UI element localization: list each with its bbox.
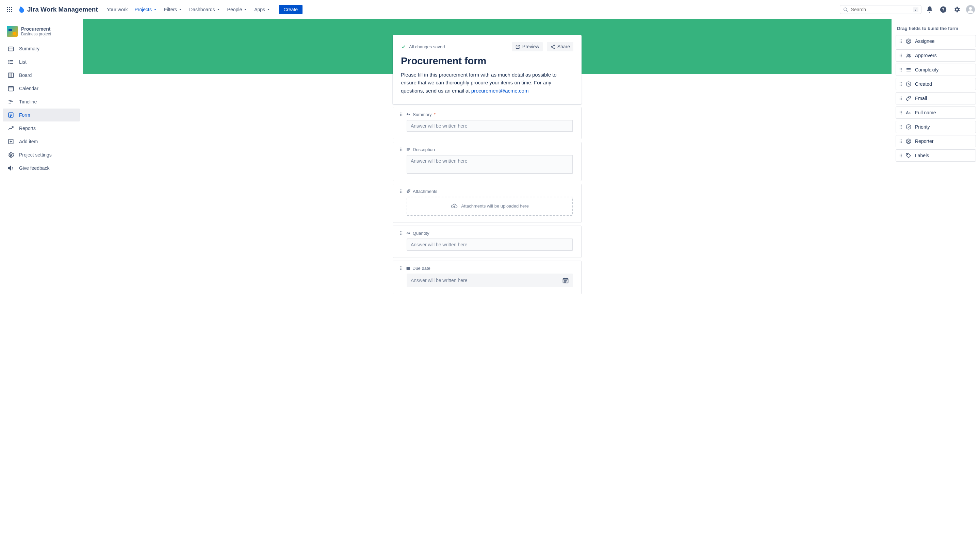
palette-field-created[interactable]: Created xyxy=(896,78,976,90)
drag-handle-icon[interactable] xyxy=(400,189,403,193)
nav-filters[interactable]: Filters xyxy=(161,5,185,14)
description-input-placeholder[interactable]: Answer will be written here xyxy=(407,155,573,174)
svg-point-97 xyxy=(900,42,900,43)
palette-field-reporter[interactable]: Reporter xyxy=(896,135,976,147)
svg-point-143 xyxy=(901,128,902,129)
svg-point-102 xyxy=(901,54,902,54)
svg-point-4 xyxy=(9,9,10,10)
preview-button[interactable]: Preview xyxy=(512,42,543,51)
sidebar-item-summary[interactable]: Summary xyxy=(3,42,80,55)
svg-point-140 xyxy=(900,126,900,127)
chevron-down-icon xyxy=(266,8,271,11)
summary-input-placeholder[interactable]: Answer will be written here xyxy=(407,120,573,132)
svg-point-149 xyxy=(900,142,900,143)
svg-point-41 xyxy=(554,44,555,46)
sidebar-item-give-feedback[interactable]: Give feedback xyxy=(3,162,80,174)
palette-field-assignee[interactable]: Assignee xyxy=(896,35,976,47)
svg-point-17 xyxy=(8,60,9,61)
svg-point-112 xyxy=(901,69,902,70)
svg-point-95 xyxy=(900,41,900,41)
form-field-due-date[interactable]: Due date Answer will be written here xyxy=(393,261,581,294)
due-date-input-placeholder[interactable]: Answer will be written here xyxy=(407,274,573,287)
attachments-dropzone[interactable]: Attachments will be uploaded here xyxy=(407,197,573,216)
svg-point-145 xyxy=(900,140,900,140)
form-field-quantity[interactable]: AaQuantity Answer will be written here xyxy=(393,226,581,258)
chevron-down-icon xyxy=(217,8,220,11)
form-description[interactable]: Please fill in this procurement form wit… xyxy=(401,71,573,95)
form-header-card: All changes saved Preview Share Procurem… xyxy=(393,35,581,104)
nav-people[interactable]: People xyxy=(225,5,250,14)
svg-point-98 xyxy=(901,42,902,43)
nav-your-work[interactable]: Your work xyxy=(104,5,131,14)
svg-rect-23 xyxy=(8,73,14,77)
palette-field-full-name[interactable]: AaFull name xyxy=(896,107,976,119)
form-title[interactable]: Procurement form xyxy=(401,56,573,67)
jira-logo-icon xyxy=(18,6,25,13)
form-field-description[interactable]: Description Answer will be written here xyxy=(393,142,581,181)
create-button[interactable]: Create xyxy=(279,5,302,14)
list-icon xyxy=(8,59,14,65)
nav-dashboards[interactable]: Dashboards xyxy=(187,5,223,14)
app-switcher-icon[interactable] xyxy=(4,4,15,15)
profile-avatar[interactable] xyxy=(965,4,976,15)
sidebar-item-calendar[interactable]: Calendar xyxy=(3,82,80,95)
svg-point-111 xyxy=(900,69,900,70)
svg-point-158 xyxy=(901,156,902,157)
megaphone-icon xyxy=(8,165,14,171)
project-avatar-icon xyxy=(7,26,18,37)
svg-point-66 xyxy=(400,192,401,193)
svg-point-79 xyxy=(402,268,402,268)
drag-handle-icon xyxy=(900,39,902,43)
sidebar-item-reports[interactable]: Reports xyxy=(3,122,80,135)
search-field[interactable] xyxy=(851,7,911,12)
svg-point-118 xyxy=(900,82,900,83)
project-header[interactable]: Procurement Business project xyxy=(3,26,80,42)
quantity-input-placeholder[interactable]: Answer will be written here xyxy=(407,238,573,251)
drag-handle-icon[interactable] xyxy=(400,266,403,270)
svg-text:Aa: Aa xyxy=(406,113,410,116)
palette-field-approvers[interactable]: Approvers xyxy=(896,49,976,62)
nav-apps[interactable]: Apps xyxy=(251,5,273,14)
palette-field-priority[interactable]: Priority xyxy=(896,121,976,133)
svg-point-77 xyxy=(402,266,402,267)
form-email-link[interactable]: procurement@acme.com xyxy=(471,88,529,94)
board-icon xyxy=(8,72,14,79)
form-field-summary[interactable]: AaSummary* Answer will be written here xyxy=(393,107,581,139)
svg-point-8 xyxy=(11,11,12,12)
settings-icon[interactable] xyxy=(951,4,962,15)
chevron-down-icon xyxy=(243,8,247,11)
sidebar-item-add-item[interactable]: Add item xyxy=(3,135,80,148)
svg-point-88 xyxy=(564,281,565,281)
sidebar-item-board[interactable]: Board xyxy=(3,69,80,82)
calendar-small-icon xyxy=(406,266,410,271)
drag-handle-icon[interactable] xyxy=(400,147,403,151)
palette-field-labels[interactable]: Labels xyxy=(896,149,976,162)
notifications-icon[interactable] xyxy=(924,4,935,15)
field-palette: Drag fields to build the form Assignee A… xyxy=(891,19,980,558)
drag-handle-icon[interactable] xyxy=(400,112,403,117)
form-field-attachments[interactable]: Attachments Attachments will be uploaded… xyxy=(393,184,581,223)
share-button[interactable]: Share xyxy=(547,42,573,51)
sidebar-item-timeline[interactable]: Timeline xyxy=(3,95,80,108)
svg-point-53 xyxy=(400,148,401,148)
app-logo[interactable]: Jira Work Management xyxy=(18,6,98,13)
drag-handle-icon xyxy=(900,111,902,115)
sidebar-item-project-settings[interactable]: Project settings xyxy=(3,148,80,161)
svg-point-123 xyxy=(901,85,902,86)
svg-point-110 xyxy=(901,68,902,69)
drag-handle-icon xyxy=(900,96,902,100)
svg-point-21 xyxy=(8,63,9,64)
palette-field-email[interactable]: Email xyxy=(896,92,976,105)
sidebar-item-list[interactable]: List xyxy=(3,56,80,68)
nav-items: Your work Projects Filters Dashboards Pe… xyxy=(104,5,303,14)
help-icon[interactable]: ? xyxy=(938,4,949,15)
search-input[interactable]: / xyxy=(840,5,921,14)
palette-field-complexity[interactable]: Complexity xyxy=(896,64,976,76)
sidebar-item-form[interactable]: Form xyxy=(3,108,80,121)
nav-projects[interactable]: Projects xyxy=(132,5,160,14)
main-content: All changes saved Preview Share Procurem… xyxy=(83,19,891,558)
svg-point-156 xyxy=(901,155,902,156)
svg-point-43 xyxy=(554,48,555,49)
drag-handle-icon[interactable] xyxy=(400,231,403,235)
svg-point-69 xyxy=(400,231,401,232)
